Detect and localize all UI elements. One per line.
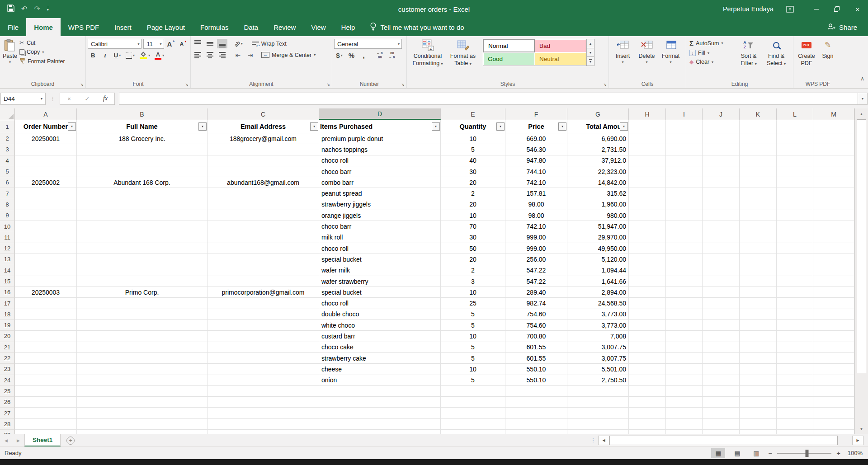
restore-button[interactable] (826, 0, 847, 18)
tab-view[interactable]: View (303, 18, 333, 36)
cell-D21[interactable]: choco cake (319, 342, 441, 353)
cell-K5[interactable] (740, 166, 777, 177)
cell-C5[interactable] (208, 166, 319, 177)
cell-F3[interactable]: 546.30 (505, 144, 567, 155)
cell-F5[interactable]: 744.10 (505, 166, 567, 177)
cell-B11[interactable] (77, 232, 208, 243)
styles-more-icon[interactable]: ▼ (587, 57, 594, 66)
cell-G8[interactable]: 1,960.00 (567, 199, 629, 210)
zoom-level[interactable]: 100% (845, 450, 863, 456)
row-header-4[interactable]: 4 (0, 155, 15, 166)
number-format-select[interactable]: General ▾ (334, 39, 402, 49)
cell-J5[interactable] (703, 166, 740, 177)
cell-G5[interactable]: 22,323.00 (567, 166, 629, 177)
cell-E3[interactable]: 5 (441, 144, 505, 155)
cell-B24[interactable] (77, 375, 208, 386)
cell-C4[interactable] (208, 155, 319, 166)
vertical-scrollbar-thumb[interactable] (857, 119, 866, 373)
cell-J12[interactable] (703, 243, 740, 254)
cell-M16[interactable] (813, 287, 854, 298)
cell-F28[interactable] (505, 419, 567, 430)
cell-J16[interactable] (703, 287, 740, 298)
cell-L20[interactable] (777, 331, 813, 342)
cell-M18[interactable] (813, 309, 854, 320)
cell-C15[interactable] (208, 276, 319, 287)
cell-D28[interactable] (319, 419, 441, 430)
cell-E11[interactable]: 30 (441, 232, 505, 243)
page-break-view-icon[interactable]: ▥ (749, 448, 763, 458)
cell-G17[interactable]: 24,568.50 (567, 298, 629, 309)
cell-K15[interactable] (740, 276, 777, 287)
cell-J21[interactable] (703, 342, 740, 353)
tab-help[interactable]: Help (334, 18, 363, 36)
row-header-14[interactable]: 14 (0, 265, 15, 276)
cell-D2[interactable]: premium purple donut (319, 133, 441, 144)
cell-D20[interactable]: custard barr (319, 331, 441, 342)
cell-J1[interactable] (703, 120, 740, 133)
scroll-down-icon[interactable]: ▼ (857, 423, 866, 434)
cell-I18[interactable] (666, 309, 703, 320)
conditional-formatting-button[interactable]: ≠ Conditional Formatting ▾ (409, 37, 447, 68)
zoom-in-icon[interactable]: + (836, 449, 840, 457)
cell-M12[interactable] (813, 243, 854, 254)
cell-H28[interactable] (629, 419, 666, 430)
cell-L26[interactable] (777, 397, 813, 408)
cell-H3[interactable] (629, 144, 666, 155)
cell-B1[interactable]: Full Name▾ (77, 120, 208, 133)
find-select-button[interactable]: Find & Select ▾ (762, 37, 790, 68)
cell-G23[interactable]: 5,501.00 (567, 364, 629, 375)
cell-F19[interactable]: 754.60 (505, 320, 567, 331)
cell-M7[interactable] (813, 188, 854, 199)
cell-J10[interactable] (703, 221, 740, 232)
cell-L23[interactable] (777, 364, 813, 375)
cell-H8[interactable] (629, 199, 666, 210)
orientation-button[interactable]: ab▾ (233, 39, 244, 48)
cell-L18[interactable] (777, 309, 813, 320)
cell-H27[interactable] (629, 408, 666, 418)
cell-F12[interactable]: 999.00 (505, 243, 567, 254)
cell-B25[interactable] (77, 386, 208, 397)
clipboard-dialog-launcher-icon[interactable]: ↘ (80, 82, 84, 87)
cell-A6[interactable]: 20250002 (15, 177, 77, 188)
copy-button[interactable]: Copy ▾ (18, 48, 66, 56)
cell-L24[interactable] (777, 375, 813, 386)
cell-M29[interactable] (813, 430, 854, 434)
name-box[interactable]: D44 ▾ (0, 93, 46, 105)
cell-L3[interactable] (777, 144, 813, 155)
row-header-20[interactable]: 20 (0, 331, 15, 342)
cell-H22[interactable] (629, 353, 666, 364)
cell-K11[interactable] (740, 232, 777, 243)
cell-K29[interactable] (740, 430, 777, 434)
cell-A11[interactable] (15, 232, 77, 243)
cell-M11[interactable] (813, 232, 854, 243)
cell-G22[interactable]: 3,007.75 (567, 353, 629, 364)
cell-D7[interactable]: peanut spread (319, 188, 441, 199)
hscroll-left-icon[interactable]: ◀ (598, 436, 609, 445)
cell-J19[interactable] (703, 320, 740, 331)
cell-A5[interactable] (15, 166, 77, 177)
cell-E20[interactable]: 10 (441, 331, 505, 342)
cell-J8[interactable] (703, 199, 740, 210)
cell-K26[interactable] (740, 397, 777, 408)
cell-G10[interactable]: 51,947.00 (567, 221, 629, 232)
cell-J24[interactable] (703, 375, 740, 386)
cell-A7[interactable] (15, 188, 77, 199)
cell-M9[interactable] (813, 210, 854, 221)
cell-A19[interactable] (15, 320, 77, 331)
cell-C8[interactable] (208, 199, 319, 210)
cell-G12[interactable]: 49,950.00 (567, 243, 629, 254)
cell-L28[interactable] (777, 419, 813, 430)
page-layout-view-icon[interactable]: ▤ (730, 448, 744, 458)
cell-K6[interactable] (740, 177, 777, 188)
style-normal[interactable]: Normal (483, 39, 535, 52)
cell-E13[interactable]: 20 (441, 254, 505, 265)
cell-C6[interactable]: abundant168@gmail.com (208, 177, 319, 188)
cell-L27[interactable] (777, 408, 813, 418)
cell-C14[interactable] (208, 265, 319, 276)
merge-center-button[interactable]: ↔ Merge & Center ▾ (260, 52, 317, 59)
cell-I4[interactable] (666, 155, 703, 166)
cell-G3[interactable]: 2,731.50 (567, 144, 629, 155)
styles-scroll-up-icon[interactable]: ▲ (587, 39, 594, 48)
cell-E26[interactable] (441, 397, 505, 408)
cell-A9[interactable] (15, 210, 77, 221)
